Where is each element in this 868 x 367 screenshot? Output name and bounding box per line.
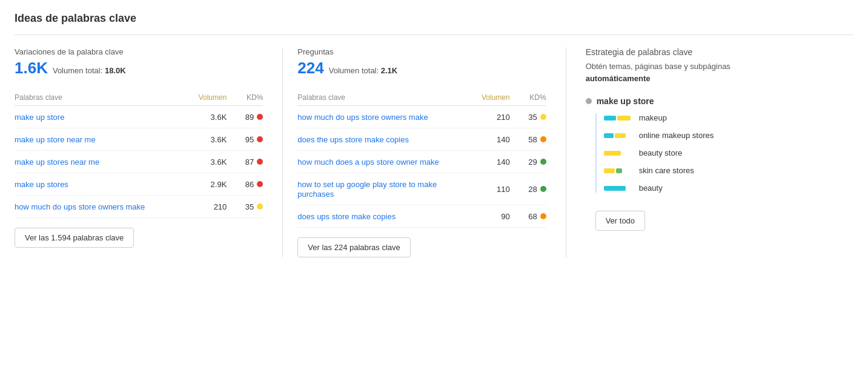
keyword-link[interactable]: how much do ups store owners make <box>297 113 428 122</box>
volume-cell: 140 <box>468 157 510 167</box>
questions-table-body: how much do ups store owners make 210 35… <box>297 106 546 228</box>
strategy-item-label: skin care stores <box>639 166 694 175</box>
q-col-kw-header: Palabras clave <box>297 93 467 102</box>
keyword-link[interactable]: how to set up google play store to make … <box>297 180 437 199</box>
volume-cell: 2.9K <box>184 180 227 189</box>
strategy-item: skin care stores <box>604 166 834 175</box>
kd-cell: 35 <box>227 202 263 211</box>
kd-dot-icon <box>540 136 546 142</box>
kd-cell: 29 <box>510 157 546 167</box>
bar-group <box>604 133 634 138</box>
strategy-item-label: beauty <box>639 183 663 193</box>
root-label: make up store <box>597 96 654 106</box>
volume-cell: 140 <box>468 135 510 144</box>
volume-cell: 210 <box>468 113 510 122</box>
q-col-kd-header: KD% <box>510 93 546 102</box>
bar1 <box>604 168 615 173</box>
keyword-link[interactable]: does ups store make copies <box>297 212 396 221</box>
kd-cell: 86 <box>227 180 263 189</box>
table-row: make up stores near me 3.6K 87 <box>15 151 263 173</box>
strategy-item: online makeup stores <box>604 131 834 140</box>
bar1 <box>604 133 614 138</box>
bar1 <box>604 151 621 156</box>
kd-dot-icon <box>540 159 546 165</box>
volume-cell: 3.6K <box>184 113 227 122</box>
questions-see-all-button[interactable]: Ver las 224 palabras clave <box>297 237 410 257</box>
bar2 <box>615 133 626 138</box>
keyword-link[interactable]: how much does a ups store owner make <box>297 157 439 167</box>
strategy-item-label: online makeup stores <box>639 131 714 140</box>
table-row: how much does a ups store owner make 140… <box>297 151 546 173</box>
kd-cell: 89 <box>227 113 263 122</box>
keyword-link[interactable]: how much do ups store owners make <box>15 202 145 211</box>
kd-dot-icon <box>257 136 263 142</box>
kd-cell: 28 <box>510 185 546 194</box>
kd-dot-icon <box>257 159 263 165</box>
bar-group <box>604 186 634 191</box>
kd-dot-icon <box>257 203 263 210</box>
variations-volume-row: 1.6K Volumen total: 18.0K <box>15 59 263 78</box>
variations-table-header: Palabras clave Volumen KD% <box>15 90 263 106</box>
bar-group <box>604 151 634 156</box>
bar2 <box>616 168 622 173</box>
questions-volume-total: Volumen total: 2.1K <box>329 66 397 75</box>
bar1 <box>604 116 616 121</box>
var-col-vol-header: Volumen <box>184 93 227 102</box>
keyword-link[interactable]: make up stores near me <box>15 157 99 167</box>
variations-label: Variaciones de la palabra clave <box>15 47 263 56</box>
kd-cell: 95 <box>227 135 263 144</box>
volume-cell: 110 <box>468 185 510 194</box>
kd-cell: 58 <box>510 135 546 144</box>
table-row: does ups store make copies 90 68 <box>297 205 546 228</box>
bar2 <box>617 116 631 121</box>
table-row: how much do ups store owners make 210 35 <box>15 196 263 218</box>
strategy-item-label: beauty store <box>639 148 683 157</box>
bar-group <box>604 168 634 173</box>
kd-dot-icon <box>540 213 546 219</box>
table-row: make up stores 2.9K 86 <box>15 173 263 196</box>
strategy-item: beauty <box>604 183 834 193</box>
kd-dot-icon <box>540 186 546 192</box>
kd-dot-icon <box>257 181 263 187</box>
volume-cell: 3.6K <box>184 135 227 144</box>
strategy-item: makeup <box>604 113 834 122</box>
strategy-item-label: makeup <box>639 113 667 122</box>
page-wrapper: Ideas de palabras clave Variaciones de l… <box>0 0 868 269</box>
table-row: make up store near me 3.6K 95 <box>15 128 263 151</box>
questions-column: Preguntas 224 Volumen total: 2.1K Palabr… <box>282 47 565 257</box>
table-row: how much do ups store owners make 210 35 <box>297 106 546 128</box>
keyword-link[interactable]: does the ups store make copies <box>297 135 409 144</box>
table-row: how to set up google play store to make … <box>297 173 546 205</box>
kd-dot-icon <box>540 114 546 120</box>
volume-cell: 210 <box>184 202 227 211</box>
kd-dot-icon <box>257 114 263 120</box>
questions-volume-row: 224 Volumen total: 2.1K <box>297 59 546 78</box>
strategy-see-all-button[interactable]: Ver todo <box>595 211 645 231</box>
keyword-link[interactable]: make up stores <box>15 180 68 189</box>
table-row: does the ups store make copies 140 58 <box>297 128 546 151</box>
page-title: Ideas de palabras clave <box>15 12 853 35</box>
variations-big-number: 1.6K <box>15 59 48 78</box>
strategy-desc: Obtén temas, páginas base y subpáginas a… <box>586 61 834 84</box>
q-col-vol-header: Volumen <box>468 93 510 102</box>
root-dot-icon <box>586 98 592 104</box>
var-col-kd-header: KD% <box>227 93 263 102</box>
kd-cell: 68 <box>510 212 546 221</box>
variations-see-all-button[interactable]: Ver las 1.594 palabras clave <box>15 228 134 248</box>
variations-column: Variaciones de la palabra clave 1.6K Vol… <box>15 47 282 257</box>
kd-cell: 87 <box>227 157 263 167</box>
strategy-column: Estrategia de palabras clave Obtén temas… <box>566 47 853 257</box>
volume-cell: 90 <box>468 212 510 221</box>
variations-volume-total: Volumen total: 18.0K <box>53 66 126 75</box>
table-row: make up store 3.6K 89 <box>15 106 263 128</box>
keyword-link[interactable]: make up store <box>15 113 64 122</box>
bar-group <box>604 116 634 121</box>
questions-big-number: 224 <box>297 59 323 78</box>
volume-cell: 3.6K <box>184 157 227 167</box>
variations-table-body: make up store 3.6K 89 make up store near… <box>15 106 263 218</box>
strategy-root: make up store <box>586 96 834 106</box>
questions-label: Preguntas <box>297 47 546 56</box>
keyword-link[interactable]: make up store near me <box>15 135 96 144</box>
strategy-title: Estrategia de palabras clave <box>586 47 834 57</box>
columns-container: Variaciones de la palabra clave 1.6K Vol… <box>15 47 853 257</box>
